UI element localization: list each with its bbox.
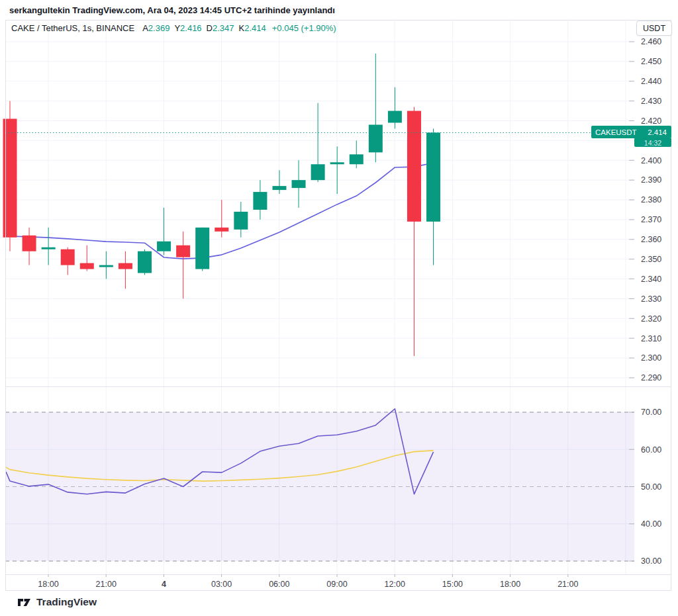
time-axis-label: 4 — [162, 580, 166, 589]
candle — [61, 249, 75, 265]
candle — [119, 263, 132, 269]
candle — [369, 124, 383, 152]
price-axis-label: 2.450 — [641, 57, 661, 66]
candle — [388, 111, 402, 123]
time-axis-label: 18:00 — [500, 580, 520, 589]
price-axis-label: 2.300 — [641, 353, 661, 363]
candle — [330, 162, 344, 164]
candle — [292, 180, 306, 188]
current-price-label: CAKEUSDT 2.414 14:32 — [591, 126, 671, 147]
time-axis-label: 18:00 — [38, 580, 58, 589]
price-axis-label: 2.390 — [641, 175, 661, 185]
price-label-symbol: CAKEUSDT — [595, 128, 637, 136]
candle — [407, 111, 421, 222]
ohlc-high: Y2.416 — [174, 23, 201, 33]
currency-toggle-button[interactable]: USDT — [636, 21, 672, 36]
time-axis-label: 15:00 — [442, 580, 463, 589]
rsi-axis-label: 70.00 — [641, 408, 661, 417]
time-axis-label: 12:00 — [385, 580, 405, 589]
ohlc-open: A2.369 — [142, 23, 170, 33]
rsi-axis-label: 50.00 — [641, 482, 661, 492]
candle — [311, 164, 325, 180]
tradingview-chart-page: serkangultekin TradingView.com, Ara 04, … — [0, 0, 678, 616]
price-axis-label: 2.310 — [641, 334, 661, 343]
price-axis-label: 2.430 — [641, 97, 661, 106]
time-axis-label: 21:00 — [557, 580, 578, 589]
candle — [272, 186, 286, 190]
price-axis-label: 2.380 — [641, 195, 661, 204]
candle — [215, 228, 228, 232]
price-label-value: 2.414 — [648, 128, 667, 136]
candle — [23, 236, 36, 251]
price-axis-label: 2.350 — [641, 255, 661, 264]
tradingview-footer[interactable]: TradingView — [17, 596, 97, 608]
publish-text: serkangultekin TradingView.com, Ara 04, … — [9, 5, 335, 15]
candle — [157, 242, 171, 251]
price-axis-label: 2.460 — [641, 37, 661, 46]
price-axis-label: 2.400 — [641, 156, 661, 165]
ohlc-low: D2.347 — [207, 23, 234, 33]
candle — [80, 263, 94, 269]
candle — [42, 247, 56, 249]
price-axis-label: 2.440 — [641, 77, 661, 86]
price-axis-label: 2.290 — [641, 373, 661, 382]
price-axis-label: 2.320 — [641, 314, 661, 324]
price-axis-label: 2.360 — [641, 235, 661, 244]
price-axis-label: 2.340 — [641, 275, 661, 284]
candle — [426, 132, 440, 221]
time-axis-label: 09:00 — [326, 580, 347, 589]
tradingview-logo-icon — [17, 597, 31, 608]
symbol-legend[interactable]: CAKE / TetherUS, 1s, BINANCE A2.369 Y2.4… — [11, 23, 336, 33]
symbol-title[interactable]: CAKE / TetherUS, 1s, BINANCE — [11, 23, 134, 33]
price-axis-label: 2.370 — [641, 215, 661, 224]
candle — [138, 251, 152, 273]
time-axis-label: 06:00 — [269, 580, 289, 589]
tradingview-brand-text: TradingView — [36, 596, 97, 608]
price-ma-line — [6, 163, 434, 259]
candle — [350, 154, 363, 164]
publish-bar: serkangultekin TradingView.com, Ara 04, … — [0, 0, 678, 20]
price-axis-label: 2.420 — [641, 116, 661, 126]
chart-canvas[interactable]: 2.4602.4502.4402.4302.4202.4002.3902.380… — [0, 0, 678, 616]
rsi-axis-label: 30.00 — [641, 556, 661, 566]
ohlc-close: K2.414 — [239, 23, 266, 33]
candle — [99, 265, 113, 267]
candle — [176, 245, 190, 257]
candle-countdown: 14:32 — [634, 138, 671, 147]
candle — [3, 119, 17, 238]
change-value: +0.045 (+1.90%) — [272, 23, 336, 33]
candle — [195, 228, 209, 269]
time-axis-label: 03:00 — [211, 580, 232, 589]
price-axis-label: 2.330 — [641, 294, 661, 304]
time-axis-label: 21:00 — [96, 580, 117, 589]
rsi-axis-label: 40.00 — [641, 519, 661, 529]
rsi-axis-label: 60.00 — [641, 445, 661, 455]
candle — [234, 212, 248, 230]
candle — [253, 192, 267, 210]
